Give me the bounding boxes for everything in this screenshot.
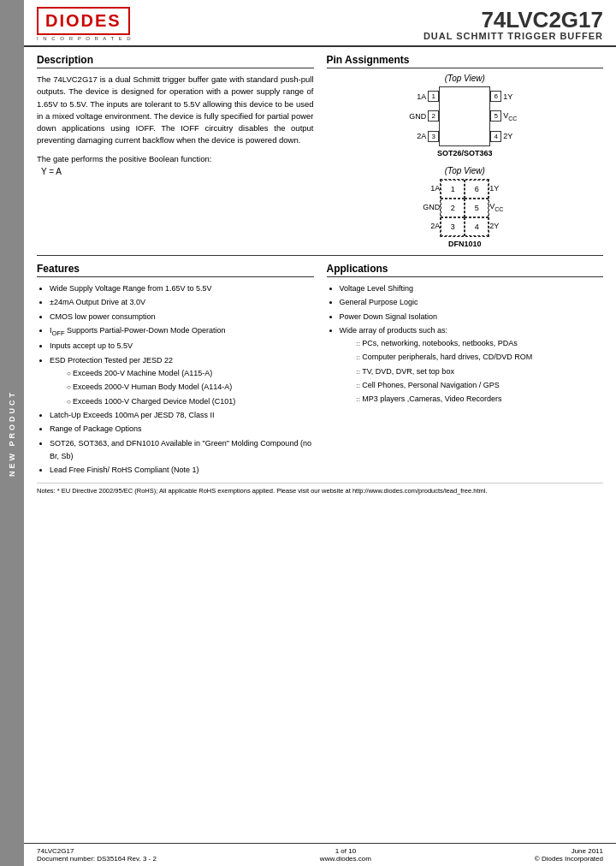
logo-text: DIODES <box>45 11 121 31</box>
sot-pin-right-2y: 4 2Y <box>490 131 529 142</box>
dfn-pkg-name: DFN1010 <box>327 240 604 248</box>
dfn-label-1a: 1A <box>404 184 440 193</box>
footer: 74LVC2G17 Document number: DS35164 Rev. … <box>24 843 616 866</box>
sot-top-view-label: (Top View) <box>327 74 604 83</box>
app-sub-5: MP3 players ,Cameras, Video Recorders <box>357 393 604 406</box>
dfn-labels-right: 1Y VCC 2Y <box>489 179 519 235</box>
sot-pin-left-2a: 2A 3 <box>405 131 439 142</box>
logo-area: DIODES I N C O R P O R A T E D <box>37 7 133 41</box>
feature-1: Wide Supply Voltage Range from 1.65V to … <box>50 282 314 295</box>
header: DIODES I N C O R P O R A T E D 74LVC2G17… <box>24 0 616 47</box>
dfn-labels-left: 1A GND 2A <box>404 179 440 235</box>
dfn-diagram: 1A GND 2A 1 6 2 <box>440 179 489 237</box>
dfn-cell-3: 3 <box>441 217 465 236</box>
applications-col: Applications Voltage Level Shifting Gene… <box>327 263 604 477</box>
chip-subtitle: DUAL SCHMITT TRIGGER BUFFER <box>424 31 603 41</box>
sot-diagram-wrapper: 1A 1 GND 2 2A 3 <box>327 86 604 146</box>
dfn-chip-body: 1 6 2 5 3 4 <box>440 179 489 237</box>
features-list: Wide Supply Voltage Range from 1.65V to … <box>37 282 314 477</box>
sot-chip-body <box>439 86 490 146</box>
dfn-cell-4: 4 <box>465 217 489 236</box>
app-sub-4: Cell Phones, Personal Navigation / GPS <box>357 379 604 392</box>
feature-2: ±24mA Output Drive at 3.0V <box>50 296 314 309</box>
title-area: 74LVC2G17 DUAL SCHMITT TRIGGER BUFFER <box>424 9 603 41</box>
app-2: General Purpose Logic <box>340 296 604 309</box>
sot-pin-left-1a: 1A 1 <box>405 91 439 102</box>
footer-date: June 2011 <box>535 847 603 855</box>
top-two-col: Description The 74LVC2G17 is a dual Schm… <box>37 54 603 248</box>
feature-3: CMOS low power consumption <box>50 311 314 323</box>
notes-text: Notes: * EU Directive 2002/95/EC (RoHS);… <box>37 487 488 495</box>
dfn-label-2a: 2A <box>404 222 440 230</box>
sot-pin-num-3: 3 <box>428 131 439 142</box>
sot-pin-num-6: 6 <box>490 91 501 102</box>
main-content: DIODES I N C O R P O R A T E D 74LVC2G17… <box>24 0 616 866</box>
footer-page: 1 of 10 <box>320 847 371 855</box>
feature-7: Latch-Up Exceeds 100mA per JESD 78, Clas… <box>50 409 314 422</box>
dfn-cell-1: 1 <box>441 180 465 199</box>
logo-sub: I N C O R P O R A T E D <box>37 36 133 41</box>
dfn-label-1y: 1Y <box>489 184 519 193</box>
sot-pin-num-4: 4 <box>490 131 501 142</box>
chip-title: 74LVC2G17 <box>424 9 603 31</box>
app-3: Power Down Signal Isolation <box>340 311 604 323</box>
footer-center: 1 of 10 www.diodes.com <box>320 847 371 863</box>
sot-pkg-name: SOT26/SOT363 <box>327 149 604 157</box>
footer-right: June 2011 © Diodes Incorporated <box>535 847 603 863</box>
sot-pins-left: 1A 1 GND 2 2A 3 <box>405 86 439 146</box>
app-1: Voltage Level Shifting <box>340 282 604 295</box>
side-banner: NEW PRODUCT <box>0 0 24 866</box>
esd-2: Exceeds 2000-V Human Body Model (A114-A) <box>67 381 314 394</box>
bottom-two-col: Features Wide Supply Voltage Range from … <box>37 263 603 477</box>
dfn-cell-6: 6 <box>465 180 489 199</box>
app-sub-1: PCs, networking, notebooks, netbooks, PD… <box>357 337 604 350</box>
features-col: Features Wide Supply Voltage Range from … <box>37 263 314 477</box>
app-sub-3: TV, DVD, DVR, set top box <box>357 365 604 378</box>
sot-pin-num-5: 5 <box>490 110 501 122</box>
dfn-label-gnd: GND <box>404 203 440 211</box>
logo-box: DIODES <box>37 7 130 35</box>
app-sub-list: PCs, networking, notebooks, netbooks, PD… <box>340 337 604 406</box>
esd-1: Exceeds 200-V Machine Model (A115-A) <box>67 367 314 380</box>
dfn-cell-5: 5 <box>465 199 489 217</box>
feature-4: IOFF Supports Partial-Power-Down Mode Op… <box>50 324 314 340</box>
sot-pin-right-1y: 6 1Y <box>490 91 529 102</box>
sot-pin-num-2: 2 <box>428 110 439 122</box>
sot-pin-right-vcc: 5 VCC <box>490 110 529 122</box>
app-sub-2: Computer peripherals, hard drives, CD/DV… <box>357 351 604 364</box>
esd-sub-list: Exceeds 200-V Machine Model (A115-A) Exc… <box>50 367 314 408</box>
pin-assignments-col: Pin Assignments (Top View) 1A 1 GND 2 <box>327 54 604 248</box>
formula: Y = A <box>37 167 314 176</box>
dfn-label-2y: 2Y <box>489 222 519 230</box>
description-title: Description <box>37 54 314 68</box>
dfn-top-view-label: (Top View) <box>327 166 604 175</box>
feature-6: ESD Protection Tested per JESD 22 Exceed… <box>50 354 314 408</box>
description-text: The 74LVC2G17 is a dual Schmitt trigger … <box>37 74 314 147</box>
formula-section: The gate performs the positive Boolean f… <box>37 154 314 176</box>
sot-pin-left-gnd: GND 2 <box>405 110 439 122</box>
section-divider <box>37 255 603 256</box>
app-4: Wide array of products such as: PCs, net… <box>340 324 604 406</box>
pin-assignments-title: Pin Assignments <box>327 54 604 68</box>
feature-5: Inputs accept up to 5.5V <box>50 340 314 353</box>
dfn-diagram-wrapper: 1A GND 2A 1 6 2 <box>327 179 604 237</box>
feature-10: Lead Free Finish/ RoHS Compliant (Note 1… <box>50 464 314 477</box>
applications-title: Applications <box>327 263 604 277</box>
sot-diagram: 1A 1 GND 2 2A 3 <box>439 86 490 146</box>
formula-intro: The gate performs the positive Boolean f… <box>37 154 314 163</box>
feature-9: SOT26, SOT363, and DFN1010 Available in … <box>50 437 314 464</box>
footer-doc: Document number: DS35164 Rev. 3 - 2 <box>37 855 157 863</box>
sot-pins-right: 6 1Y 5 VCC 4 2Y <box>490 86 529 146</box>
body-content: Description The 74LVC2G17 is a dual Schm… <box>24 47 616 501</box>
notes-section: Notes: * EU Directive 2002/95/EC (RoHS);… <box>37 483 603 495</box>
features-title: Features <box>37 263 314 277</box>
description-col: Description The 74LVC2G17 is a dual Schm… <box>37 54 314 248</box>
sot-pin-num-1: 1 <box>428 91 439 102</box>
feature-8: Range of Package Options <box>50 423 314 436</box>
side-banner-text: NEW PRODUCT <box>8 390 16 477</box>
esd-3: Exceeds 1000-V Charged Device Model (C10… <box>67 395 314 408</box>
footer-copy: © Diodes Incorporated <box>535 855 603 863</box>
dfn-cell-2: 2 <box>441 199 465 217</box>
footer-chip: 74LVC2G17 <box>37 847 157 855</box>
dfn-label-vcc: VCC <box>489 202 519 212</box>
